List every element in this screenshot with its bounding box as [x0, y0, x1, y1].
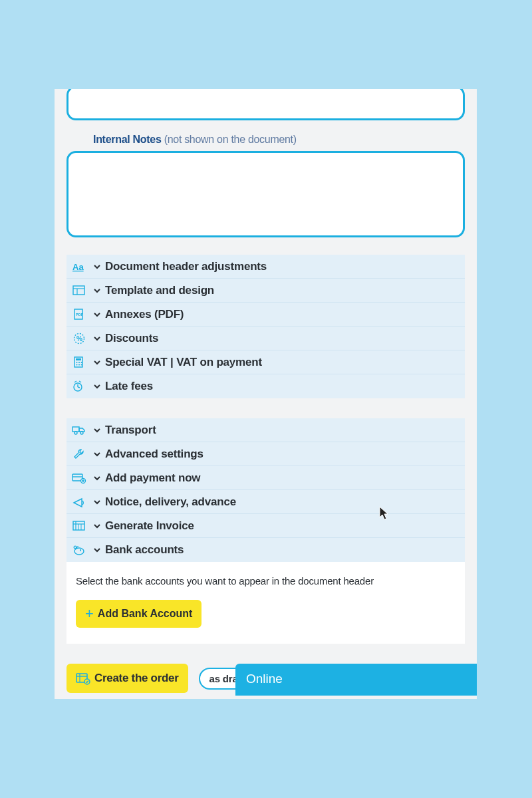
svg-line-20 [79, 381, 81, 382]
vat-icon [69, 356, 89, 368]
accordion-row-generate-invoice[interactable]: Generate Invoice [66, 514, 465, 538]
accordion-label: Advanced settings [105, 448, 203, 461]
svg-point-34 [74, 548, 84, 555]
accordion-label: Annexes (PDF) [105, 308, 184, 321]
chevron-down-icon [89, 498, 105, 506]
chevron-down-icon [89, 474, 105, 482]
chevron-down-icon [89, 311, 105, 319]
accordion-row-bank-accounts[interactable]: Bank accounts [66, 538, 465, 562]
accordion-row-discounts[interactable]: %Discounts [66, 327, 465, 350]
svg-point-15 [81, 364, 82, 365]
chevron-down-icon [89, 546, 105, 554]
accordion-row-special-vat-vat-on-payment[interactable]: Special VAT | VAT on payment [66, 350, 465, 374]
previous-field[interactable] [66, 89, 465, 120]
svg-text:PDF: PDF [76, 313, 84, 317]
bank-accounts-panel: Select the bank accounts you want to app… [66, 562, 465, 644]
transport-icon [69, 424, 89, 436]
accordion-row-document-header-adjustments[interactable]: AaDocument header adjustments [66, 255, 465, 279]
svg-text:%: % [76, 334, 82, 342]
accordion-row-template-and-design[interactable]: Template and design [66, 279, 465, 303]
accordion-label: Special VAT | VAT on payment [105, 356, 262, 369]
chevron-down-icon [89, 382, 105, 390]
order-icon [76, 672, 90, 685]
internal-notes-textarea[interactable] [66, 151, 465, 237]
chevron-down-icon [89, 334, 105, 342]
accordion-label: Template and design [105, 284, 214, 297]
svg-rect-21 [72, 427, 79, 432]
svg-rect-9 [76, 358, 81, 360]
chevron-down-icon [89, 426, 105, 434]
wrench-icon [69, 448, 89, 460]
accordion-label: Transport [105, 424, 156, 437]
svg-point-36 [74, 546, 76, 549]
online-banner[interactable]: Online [235, 664, 477, 696]
svg-point-14 [78, 364, 80, 365]
accordion-label: Document header adjustments [105, 260, 267, 273]
add-bank-account-button[interactable]: +Add Bank Account [76, 600, 201, 628]
svg-point-10 [76, 362, 78, 363]
template-icon [69, 285, 89, 297]
accordion-row-transport[interactable]: Transport [66, 418, 465, 442]
accordion-row-notice-delivery-advance[interactable]: Notice, delivery, advance [66, 490, 465, 514]
accordion-label: Late fees [105, 380, 153, 393]
svg-line-19 [74, 381, 76, 382]
svg-point-23 [80, 432, 83, 434]
create-order-button[interactable]: Create the order [66, 664, 188, 693]
svg-rect-1 [73, 286, 84, 295]
svg-line-18 [78, 387, 80, 388]
svg-point-12 [81, 362, 82, 363]
online-label: Online [246, 672, 283, 686]
chevron-down-icon [89, 287, 105, 295]
svg-point-11 [78, 362, 80, 363]
chevron-down-icon [89, 263, 105, 271]
pdf-icon: PDF [69, 309, 89, 321]
svg-point-13 [76, 364, 78, 365]
discount-icon: % [69, 332, 89, 344]
chevron-down-icon [89, 522, 105, 530]
chevron-down-icon [89, 450, 105, 458]
bank-accounts-hint: Select the bank accounts you want to app… [76, 575, 456, 587]
accordion-label: Generate Invoice [105, 519, 194, 533]
invoice-icon [69, 520, 89, 532]
bank-icon [69, 544, 89, 556]
accordion-label: Add payment now [105, 471, 200, 485]
chevron-down-icon [89, 358, 105, 366]
accordion-row-late-fees[interactable]: Late fees [66, 374, 465, 398]
accordion-label: Bank accounts [105, 543, 184, 557]
internal-notes-label-text: Internal Notes [93, 134, 162, 145]
paynow-icon [69, 472, 89, 484]
plus-icon: + [85, 606, 94, 621]
svg-text:Aa: Aa [72, 262, 84, 272]
add-bank-account-label: Add Bank Account [98, 608, 193, 620]
accordion-row-add-payment-now[interactable]: Add payment now [66, 466, 465, 490]
Aa-icon: Aa [69, 261, 89, 273]
internal-notes-label: Internal Notes (not shown on the documen… [93, 134, 465, 146]
accordion-row-advanced-settings[interactable]: Advanced settings [66, 442, 465, 466]
latefee-icon [69, 380, 89, 392]
internal-notes-hint: (not shown on the document) [164, 134, 297, 145]
create-order-label: Create the order [94, 672, 179, 685]
notice-icon [69, 496, 89, 508]
accordion-row-annexes-pdf[interactable]: PDFAnnexes (PDF) [66, 303, 465, 327]
svg-point-22 [74, 432, 77, 434]
accordion-label: Discounts [105, 332, 158, 345]
accordion-label: Notice, delivery, advance [105, 495, 236, 509]
